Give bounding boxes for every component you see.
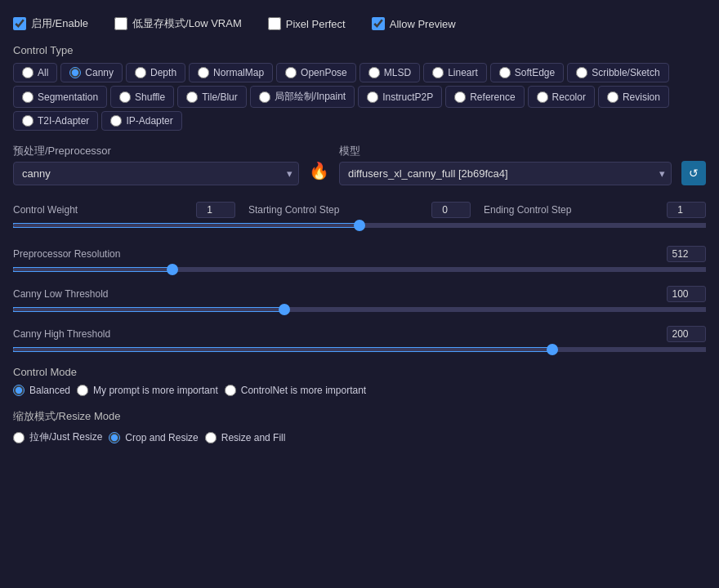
control-type-normalmap[interactable]: NormalMap	[189, 63, 273, 82]
control-type-radio-segmentation[interactable]	[22, 91, 33, 103]
control-type-label-revision: Revision	[623, 91, 660, 103]
control-type-radio-recolor[interactable]	[537, 91, 548, 103]
canny-low-label: Canny Low Threshold	[13, 288, 109, 300]
starting-step-label: Starting Control Step	[248, 204, 339, 216]
control-type-radio-mlsd[interactable]	[368, 67, 380, 78]
control-weight-slider[interactable]	[13, 223, 706, 228]
control-weight-label: Control Weight	[13, 204, 78, 216]
allow-preview-checkbox[interactable]: Allow Preview	[372, 17, 456, 30]
control-type-t2iadapter[interactable]: T2I-Adapter	[13, 111, 98, 131]
control-type-inpaint[interactable]: 局部绘制/Inpaint	[250, 86, 355, 108]
resize-mode-radio-resize_fill[interactable]	[205, 432, 217, 443]
control-type-radio-instructp2p[interactable]	[367, 91, 378, 103]
ending-step-value[interactable]	[667, 202, 706, 218]
control-type-radio-canny[interactable]	[69, 67, 81, 78]
control-type-label-mlsd: MLSD	[384, 67, 411, 78]
preprocessor-model-row: 预处理/Preprocessor canny none ▾ 🔥 模型 diffu…	[13, 144, 706, 185]
control-type-label-lineart: Lineart	[448, 67, 478, 78]
control-type-instructp2p[interactable]: InstructP2P	[358, 86, 442, 108]
control-type-radio-inpaint[interactable]	[259, 91, 270, 103]
control-type-label: Control Type	[13, 44, 706, 56]
resize-mode-radio-just_resize[interactable]	[13, 432, 25, 443]
canny-low-value[interactable]	[667, 286, 706, 302]
control-type-tileblur[interactable]: Tile/Blur	[177, 86, 247, 108]
resize-mode-label-just_resize: 拉伸/Just Resize	[29, 430, 102, 444]
preprocessor-label: 预处理/Preprocessor	[13, 144, 299, 158]
control-type-lineart[interactable]: Lineart	[423, 63, 487, 82]
control-type-radio-openpose[interactable]	[285, 67, 297, 78]
control-type-label-reference: Reference	[470, 91, 515, 103]
control-type-label-depth: Depth	[150, 67, 176, 78]
control-type-radio-scribble[interactable]	[576, 67, 587, 78]
resize-mode-radio-crop_resize[interactable]	[109, 432, 120, 443]
refresh-icon: ↺	[689, 167, 699, 180]
control-type-radio-ipadapter[interactable]	[110, 115, 122, 127]
control-type-all[interactable]: All	[13, 63, 57, 82]
low-vram-checkbox[interactable]: 低显存模式/Low VRAM	[114, 16, 242, 31]
preprocessor-resolution-group: Preprocessor Resolution	[13, 246, 706, 274]
control-type-radio-tileblur[interactable]	[186, 91, 198, 103]
control-type-revision[interactable]: Revision	[598, 86, 669, 108]
top-sliders-container: Control Weight Starting Control Step End…	[13, 202, 706, 234]
preprocessor-select[interactable]: canny none	[13, 162, 299, 185]
resize-mode-resize_fill[interactable]: Resize and Fill	[205, 430, 286, 444]
resize-mode-crop_resize[interactable]: Crop and Resize	[109, 430, 198, 444]
control-type-grid: AllCannyDepthNormalMapOpenPoseMLSDLinear…	[13, 63, 706, 131]
control-type-recolor[interactable]: Recolor	[528, 86, 595, 108]
pixel-perfect-label: Pixel Perfect	[286, 18, 346, 30]
enable-checkbox[interactable]: 启用/Enable	[13, 16, 88, 31]
control-type-label-canny: Canny	[85, 67, 114, 78]
control-type-label-inpaint: 局部绘制/Inpaint	[275, 90, 346, 104]
resize-mode-label-resize_fill: Resize and Fill	[221, 432, 286, 443]
control-type-radio-revision[interactable]	[607, 91, 619, 103]
control-type-segmentation[interactable]: Segmentation	[13, 86, 107, 108]
resize-mode-just_resize[interactable]: 拉伸/Just Resize	[13, 430, 102, 444]
control-type-depth[interactable]: Depth	[126, 63, 185, 82]
control-mode-balanced[interactable]: Balanced	[13, 385, 70, 396]
canny-high-slider[interactable]	[13, 347, 706, 352]
control-type-label-segmentation: Segmentation	[38, 91, 98, 103]
control-type-radio-t2iadapter[interactable]	[22, 115, 33, 127]
control-mode-label-prompt: My prompt is more important	[93, 385, 218, 396]
canny-high-value[interactable]	[667, 326, 706, 342]
control-type-scribble[interactable]: Scribble/Sketch	[567, 63, 668, 82]
control-mode-controlnet[interactable]: ControlNet is more important	[225, 385, 366, 396]
control-mode-prompt[interactable]: My prompt is more important	[77, 385, 218, 396]
control-mode-radio-controlnet[interactable]	[225, 385, 236, 396]
control-mode-radio-prompt[interactable]	[77, 385, 88, 396]
preprocessor-resolution-slider[interactable]	[13, 267, 706, 272]
model-select[interactable]: diffusers_xl_canny_full [2b69fca4]	[339, 162, 672, 185]
preprocessor-group: 预处理/Preprocessor canny none ▾	[13, 144, 299, 185]
starting-step-value[interactable]	[431, 202, 471, 218]
control-mode-group: BalancedMy prompt is more importantContr…	[13, 385, 706, 396]
enable-label: 启用/Enable	[31, 16, 88, 31]
preprocessor-resolution-value[interactable]	[667, 246, 706, 262]
control-type-label-normalmap: NormalMap	[213, 67, 264, 78]
low-vram-label: 低显存模式/Low VRAM	[132, 16, 242, 31]
control-type-softedge[interactable]: SoftEdge	[490, 63, 564, 82]
resize-mode-label: 缩放模式/Resize Mode	[13, 409, 706, 424]
control-type-radio-depth[interactable]	[135, 67, 146, 78]
control-type-radio-shuffle[interactable]	[119, 91, 131, 103]
canny-high-group: Canny High Threshold	[13, 326, 706, 354]
control-type-radio-all[interactable]	[22, 67, 33, 78]
model-refresh-button[interactable]: ↺	[681, 161, 706, 185]
control-type-label-recolor: Recolor	[552, 91, 586, 103]
control-weight-value[interactable]	[196, 202, 235, 218]
canny-high-label: Canny High Threshold	[13, 328, 110, 340]
ending-step-group: Ending Control Step	[484, 202, 706, 220]
control-weight-group: Control Weight	[13, 202, 235, 220]
control-type-radio-reference[interactable]	[454, 91, 466, 103]
control-type-radio-lineart[interactable]	[432, 67, 444, 78]
control-type-radio-softedge[interactable]	[499, 67, 511, 78]
control-type-reference[interactable]: Reference	[445, 86, 524, 108]
pixel-perfect-checkbox[interactable]: Pixel Perfect	[268, 17, 346, 30]
control-mode-radio-balanced[interactable]	[13, 385, 25, 396]
control-type-shuffle[interactable]: Shuffle	[110, 86, 174, 108]
control-type-mlsd[interactable]: MLSD	[360, 63, 420, 82]
control-type-canny[interactable]: Canny	[60, 63, 123, 82]
canny-low-slider[interactable]	[13, 307, 706, 312]
control-type-radio-normalmap[interactable]	[198, 67, 209, 78]
control-type-openpose[interactable]: OpenPose	[276, 63, 356, 82]
control-type-ipadapter[interactable]: IP-Adapter	[101, 111, 181, 131]
